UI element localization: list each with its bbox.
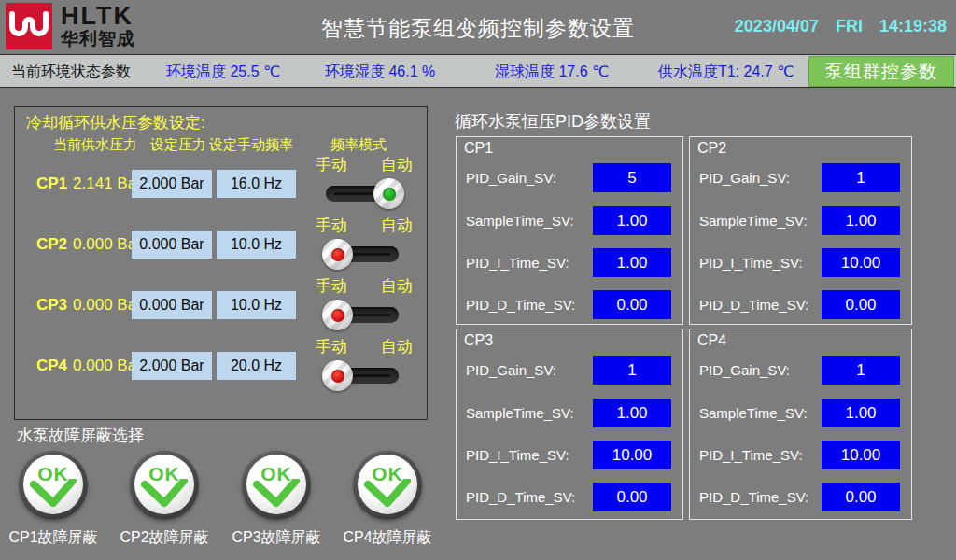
- cp1-manual-frequency-input[interactable]: 16.0 Hz: [217, 170, 296, 198]
- pid-i-time-label: PID_I_Time_SV:: [699, 248, 803, 277]
- cp3-pid-d-time-value[interactable]: 0.00: [593, 483, 671, 511]
- cp3-manual-frequency-input[interactable]: 10.0 Hz: [217, 291, 296, 319]
- check-icon: [362, 479, 413, 509]
- ok-icon: OK: [246, 455, 306, 514]
- cp2-pid-gain-value[interactable]: 1: [822, 163, 900, 192]
- cp4-manual-frequency-input[interactable]: 20.0 Hz: [217, 352, 296, 380]
- cp4-frequency-mode-toggle[interactable]: [326, 360, 399, 394]
- pid-row-d-time: PID_D_Time_SV: 0.00: [457, 483, 682, 511]
- pid-panel-cp3: CP3 PID_Gain_SV: 1 SampleTime_SV: 1.00 P…: [456, 329, 683, 520]
- cp4-label: CP4: [36, 357, 67, 374]
- cp3-auto-label: 自动: [381, 275, 413, 297]
- cp4-pid-gain-value[interactable]: 1: [822, 356, 900, 385]
- pump-row-cp4: CP40.000 Bar 2.000 Bar 20.0 Hz 手动 自动: [15, 338, 429, 399]
- cp2-sample-time-value[interactable]: 1.00: [822, 206, 900, 235]
- col-header-frequency-mode: 频率模式: [330, 136, 387, 154]
- cp2-auto-label: 自动: [381, 215, 413, 236]
- col-header-set-pressure: 设定压力: [150, 136, 206, 154]
- cp1-pid-i-time-value[interactable]: 1.00: [593, 248, 671, 277]
- pid-row-gain: PID_Gain_SV: 5: [457, 163, 682, 192]
- cp4-auto-label: 自动: [381, 336, 413, 357]
- pid-panel-name: CP4: [697, 332, 726, 349]
- pid-row-sample: SampleTime_SV: 1.00: [457, 206, 682, 235]
- cp1-current-pressure: CP12.141 Bar: [36, 170, 142, 198]
- cp3-manual-label: 手动: [316, 275, 347, 297]
- pid-row-d-time: PID_D_Time_SV: 0.00: [690, 483, 911, 511]
- header: HLTK 华利智成 智慧节能泵组变频控制参数设置 2023/04/07 FRI …: [0, 0, 956, 54]
- cp3-pid-gain-value[interactable]: 1: [593, 356, 671, 385]
- cp4-sample-time-value[interactable]: 1.00: [822, 399, 900, 427]
- toggle-knob: [322, 300, 353, 330]
- cp2-set-pressure-input[interactable]: 0.000 Bar: [132, 231, 212, 259]
- cp1-set-pressure-input[interactable]: 2.000 Bar: [132, 170, 212, 198]
- cp1-auto-label: 自动: [381, 154, 413, 175]
- cp2-pid-d-time-value[interactable]: 0.00: [822, 290, 900, 319]
- cp1-sample-time-value[interactable]: 1.00: [593, 206, 671, 235]
- pid-i-time-label: PID_I_Time_SV:: [466, 441, 569, 469]
- cp3-sample-time-value[interactable]: 1.00: [593, 399, 671, 427]
- cp2-manual-frequency-input[interactable]: 10.0 Hz: [217, 231, 296, 259]
- pump-row-cp3: CP30.000 Bar 0.000 Bar 10.0 Hz 手动 自动: [15, 277, 429, 339]
- cp1-label: CP1: [36, 175, 67, 192]
- pid-d-time-label: PID_D_Time_SV:: [466, 290, 575, 319]
- pid-row-i-time: PID_I_Time_SV: 10.00: [690, 248, 911, 277]
- cp3-fault-mask-button[interactable]: OK: [242, 451, 311, 520]
- cp2-pid-i-time-value[interactable]: 10.00: [822, 248, 900, 277]
- pump-group-control-params-button[interactable]: 泵组群控参数: [808, 56, 954, 87]
- pid-row-i-time: PID_I_Time_SV: 1.00: [457, 248, 682, 277]
- ok-icon: OK: [23, 455, 83, 514]
- fault-mask-title: 水泵故障屏蔽选择: [17, 425, 144, 446]
- pid-row-sample: SampleTime_SV: 1.00: [690, 206, 911, 235]
- pump-row-cp1: CP12.141 Bar 2.000 Bar 16.0 Hz 手动 自动: [15, 156, 429, 217]
- cp3-set-pressure-input[interactable]: 0.000 Bar: [132, 291, 212, 319]
- pid-panel-name: CP2: [697, 140, 726, 157]
- cp1-fault-mask-button[interactable]: OK: [19, 451, 88, 520]
- cp4-fault-mask-label: CP4故障屏蔽: [335, 528, 440, 548]
- cp4-fault-mask-button[interactable]: OK: [353, 451, 422, 520]
- pressure-panel-title: 冷却循环供水压参数设定:: [26, 112, 205, 133]
- sample-time-label: SampleTime_SV:: [466, 206, 574, 235]
- cp2-fault-mask-button[interactable]: OK: [130, 451, 199, 520]
- cp3-fault-mask-label: CP3故障屏蔽: [224, 528, 329, 548]
- col-header-manual-frequency: 设定手动频率: [209, 136, 293, 154]
- status-bar: 当前环境状态参数 环境温度 25.5 ℃ 环境湿度 46.1 % 湿球温度 17…: [0, 54, 956, 88]
- cp4-pid-i-time-value[interactable]: 10.00: [822, 441, 900, 469]
- cp2-frequency-mode-toggle[interactable]: [326, 239, 399, 273]
- toggle-state-dot: [331, 370, 344, 383]
- pump-row-cp2: CP20.000 Bar 0.000 Bar 10.0 Hz 手动 自动: [15, 217, 429, 278]
- cp1-frequency-mode-toggle[interactable]: [326, 178, 399, 212]
- pid-d-time-label: PID_D_Time_SV:: [699, 483, 808, 511]
- ok-icon: OK: [358, 455, 417, 514]
- pid-panel-cp4: CP4 PID_Gain_SV: 1 SampleTime_SV: 1.00 P…: [689, 329, 912, 520]
- cp1-pid-d-time-value[interactable]: 0.00: [593, 290, 671, 319]
- weekday-text: FRI: [836, 17, 863, 36]
- pid-gain-label: PID_Gain_SV:: [699, 163, 790, 192]
- pid-row-sample: SampleTime_SV: 1.00: [690, 399, 911, 427]
- pid-d-time-label: PID_D_Time_SV:: [466, 483, 575, 511]
- cp3-frequency-mode-toggle[interactable]: [326, 300, 399, 333]
- pid-panel-cp1: CP1 PID_Gain_SV: 5 SampleTime_SV: 1.00 P…: [456, 136, 683, 325]
- cp2-manual-label: 手动: [316, 215, 347, 236]
- toggle-knob: [322, 239, 353, 270]
- cp4-pid-d-time-value[interactable]: 0.00: [822, 483, 900, 511]
- cp1-pid-gain-value[interactable]: 5: [593, 163, 671, 192]
- cp2-label: CP2: [36, 235, 67, 253]
- toggle-knob: [322, 360, 353, 391]
- pid-row-i-time: PID_I_Time_SV: 10.00: [457, 441, 682, 469]
- toggle-state-dot: [383, 188, 396, 201]
- pid-row-sample: SampleTime_SV: 1.00: [457, 399, 682, 427]
- pid-row-gain: PID_Gain_SV: 1: [690, 163, 911, 192]
- cp3-pid-i-time-value[interactable]: 10.00: [593, 441, 671, 469]
- cp4-set-pressure-input[interactable]: 2.000 Bar: [132, 352, 212, 380]
- ambient-temperature-value: 环境温度 25.5 ℃: [166, 63, 280, 82]
- ambient-humidity-value: 环境湿度 46.1 %: [325, 63, 435, 82]
- check-icon: [139, 479, 190, 509]
- cp4-manual-label: 手动: [316, 336, 347, 357]
- pid-i-time-label: PID_I_Time_SV:: [699, 441, 803, 469]
- cp1-fault-mask-label: CP1故障屏蔽: [1, 528, 105, 548]
- wet-bulb-temperature-value: 湿球温度 17.6 ℃: [495, 63, 609, 82]
- date-text: 2023/04/07: [735, 17, 819, 36]
- sample-time-label: SampleTime_SV:: [699, 399, 808, 427]
- col-header-current-pressure: 当前供水压力: [53, 136, 137, 154]
- check-icon: [28, 479, 78, 509]
